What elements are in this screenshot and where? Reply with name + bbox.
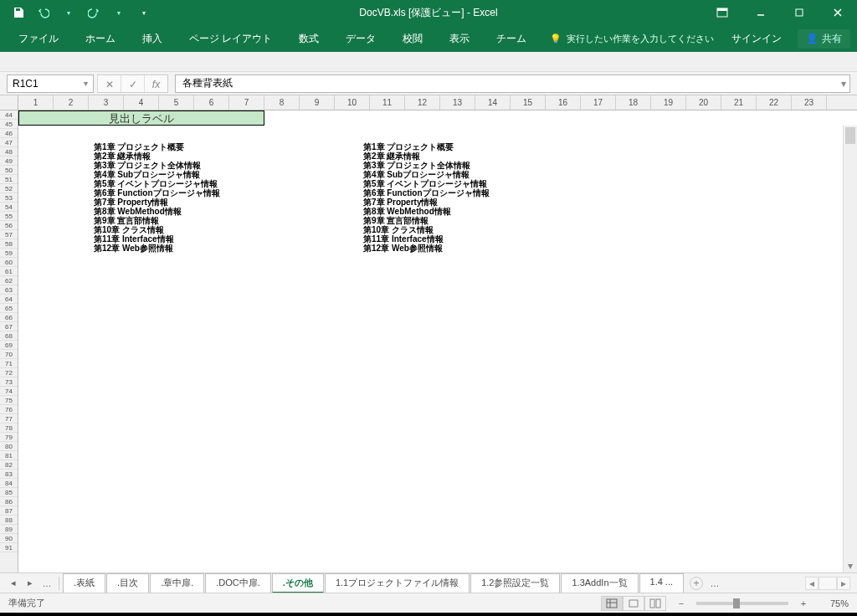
name-box[interactable]: R1C1 ▾ (7, 74, 94, 93)
zoom-thumb[interactable] (733, 598, 740, 608)
row-header[interactable]: 55 (0, 212, 18, 221)
column-header[interactable]: 21 (721, 95, 757, 110)
row-header[interactable]: 52 (0, 184, 18, 193)
row-header[interactable]: 48 (0, 147, 18, 157)
column-header[interactable]: 1 (18, 95, 54, 110)
row-header[interactable]: 63 (0, 285, 18, 295)
close-button[interactable] (819, 0, 857, 25)
share-button[interactable]: 👤 共有 (798, 29, 850, 49)
vertical-scrollbar[interactable]: ▴ ▾ (843, 126, 857, 572)
minimize-button[interactable] (742, 0, 780, 25)
zoom-in-button[interactable]: + (797, 598, 810, 608)
row-header[interactable]: 61 (0, 267, 18, 276)
row-header[interactable]: 53 (0, 193, 18, 203)
column-header[interactable]: 19 (651, 95, 686, 110)
row-header[interactable]: 84 (0, 479, 18, 488)
redo-button[interactable] (84, 3, 104, 23)
tab-scroll-more[interactable]: … (38, 578, 55, 588)
add-sheet-button[interactable]: + (690, 577, 703, 590)
tab-scroll-prev[interactable]: ▸ (22, 578, 38, 588)
sheet-tab[interactable]: 1.2参照設定一覧 (470, 573, 560, 593)
row-header[interactable]: 75 (0, 396, 18, 405)
sheet-tab[interactable]: .章中扉. (150, 573, 204, 593)
insert-function-button[interactable]: fx (144, 75, 167, 94)
row-header[interactable]: 66 (0, 313, 18, 322)
sheet-tab[interactable]: 1.4 ... (639, 573, 685, 593)
tab-home[interactable]: ホーム (72, 27, 129, 51)
column-header[interactable]: 5 (159, 95, 194, 110)
row-header[interactable]: 74 (0, 387, 18, 396)
row-header[interactable]: 86 (0, 497, 18, 506)
column-header[interactable]: 15 (511, 95, 546, 110)
tab-scroll-first[interactable]: ◂ (5, 578, 22, 588)
column-header[interactable]: 10 (335, 95, 370, 110)
page-break-view-button[interactable] (644, 596, 666, 611)
hscroll-thumb[interactable] (819, 577, 837, 590)
undo-dropdown[interactable]: ▾ (59, 3, 79, 23)
row-header[interactable]: 57 (0, 230, 18, 239)
column-header[interactable]: 11 (370, 95, 405, 110)
zoom-out-button[interactable]: − (675, 598, 688, 608)
tab-review[interactable]: 校閲 (389, 27, 436, 51)
row-header[interactable]: 76 (0, 405, 18, 414)
row-header[interactable]: 50 (0, 166, 18, 175)
tab-data[interactable]: データ (332, 27, 389, 51)
zoom-slider[interactable] (696, 602, 788, 605)
column-header[interactable]: 8 (264, 95, 300, 110)
row-header[interactable]: 85 (0, 488, 18, 497)
row-header[interactable]: 72 (0, 368, 18, 377)
row-header[interactable]: 70 (0, 350, 18, 359)
row-header[interactable]: 45 (0, 120, 18, 129)
redo-dropdown[interactable]: ▾ (109, 3, 129, 23)
maximize-button[interactable] (780, 0, 819, 25)
select-all-corner[interactable] (0, 95, 18, 110)
tab-page-layout[interactable]: ページ レイアウト (176, 27, 285, 51)
undo-button[interactable] (33, 3, 54, 23)
column-header[interactable]: 20 (686, 95, 721, 110)
row-header[interactable]: 64 (0, 295, 18, 304)
hscroll-right-button[interactable]: ▸ (837, 577, 850, 590)
row-header[interactable]: 51 (0, 175, 18, 184)
tab-scroll-next-more[interactable]: … (706, 578, 723, 588)
column-header[interactable]: 23 (792, 95, 827, 110)
sheet-tab[interactable]: .その他 (272, 573, 324, 593)
row-header[interactable]: 68 (0, 331, 18, 341)
row-header[interactable]: 83 (0, 470, 18, 479)
column-header[interactable]: 2 (54, 95, 89, 110)
qat-customize-button[interactable]: ▾ (134, 3, 154, 23)
row-header[interactable]: 60 (0, 258, 18, 267)
row-headers[interactable]: 4445464748495051525354555657585960616263… (0, 110, 18, 572)
row-header[interactable]: 82 (0, 460, 18, 470)
save-button[interactable] (8, 3, 28, 23)
column-header[interactable]: 17 (581, 95, 616, 110)
sheet-tab[interactable]: 1.1プロジェクトファイル情報 (325, 573, 470, 593)
column-header[interactable]: 4 (124, 95, 159, 110)
tab-team[interactable]: チーム (483, 27, 540, 51)
row-header[interactable]: 71 (0, 359, 18, 368)
row-header[interactable]: 44 (0, 110, 18, 120)
grid-canvas[interactable]: 見出しラベル 第1章 プロジェクト概要第2章 継承情報第3章 プロジェクト全体情… (18, 110, 857, 572)
row-header[interactable]: 62 (0, 276, 18, 285)
row-header[interactable]: 49 (0, 157, 18, 166)
column-header[interactable]: 14 (475, 95, 511, 110)
row-header[interactable]: 58 (0, 239, 18, 249)
row-header[interactable]: 90 (0, 534, 18, 543)
row-header[interactable]: 46 (0, 129, 18, 138)
row-header[interactable]: 54 (0, 203, 18, 212)
row-header[interactable]: 91 (0, 543, 18, 552)
sheet-tab[interactable]: 1.3AddIn一覧 (561, 573, 638, 593)
vscroll-thumb[interactable] (845, 127, 855, 144)
row-header[interactable]: 79 (0, 433, 18, 442)
enter-formula-button[interactable]: ✓ (121, 75, 144, 94)
column-headers[interactable]: 1234567891011121314151617181920212223 (18, 95, 857, 110)
column-header[interactable]: 7 (229, 95, 264, 110)
tab-view[interactable]: 表示 (436, 27, 483, 51)
column-header[interactable]: 12 (405, 95, 440, 110)
sheet-tab[interactable]: .表紙 (63, 573, 105, 593)
column-header[interactable]: 6 (194, 95, 229, 110)
hscroll-left-button[interactable]: ◂ (805, 577, 819, 590)
row-header[interactable]: 88 (0, 516, 18, 525)
chevron-down-icon[interactable]: ▾ (84, 79, 88, 88)
row-header[interactable]: 81 (0, 451, 18, 460)
column-header[interactable]: 13 (440, 95, 475, 110)
